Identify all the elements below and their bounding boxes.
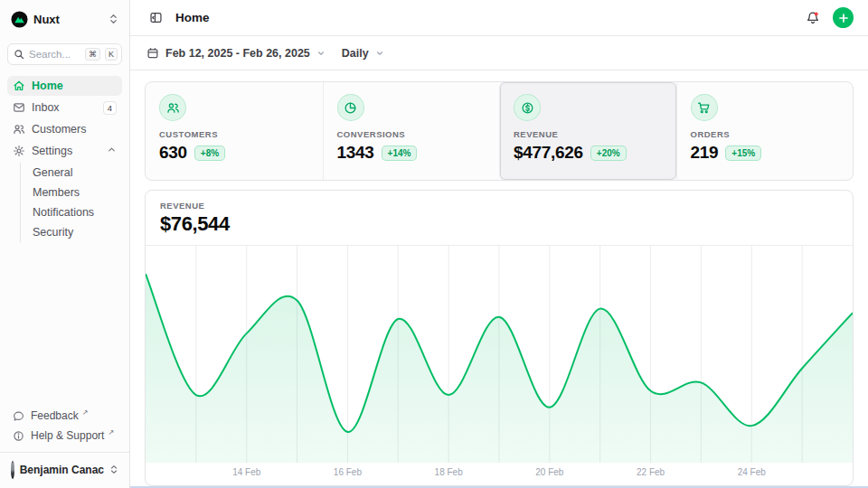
plus-icon [838,13,849,23]
sidebar-item-settings[interactable]: Settings [7,141,122,161]
inbox-icon [13,101,25,114]
calendar-icon [146,47,159,60]
panel-left-icon [149,11,163,24]
stat-value: $477,626 [514,143,583,163]
stat-card-conversions[interactable]: CONVERSIONS 1343 +14% [323,82,500,180]
chevron-down-icon [316,49,326,58]
x-tick-label: 16 Feb [334,467,362,477]
kbd-cmd: ⌘ [85,48,100,61]
stat-delta-badge: +20% [590,145,627,161]
notifications-button[interactable] [802,7,824,29]
x-tick-label: 24 Feb [738,467,766,477]
bell-icon [806,11,820,25]
sidebar-item-notifications[interactable]: Notifications [33,202,122,222]
chevron-down-icon [375,49,384,58]
user-name: Benjamin Canac [20,464,104,476]
stat-card-customers[interactable]: CUSTOMERS 630 +8% [146,82,323,180]
help-support-label: Help & Support [31,429,104,442]
page-header: Home [130,0,868,36]
chevron-up-down-icon [108,12,118,28]
external-link-icon: ↗ [82,408,89,417]
sidebar-item-security[interactable]: Security [33,222,122,242]
nuxt-logo-icon [11,11,28,28]
cart-icon [691,94,718,121]
inbox-count-badge: 4 [103,101,117,115]
home-icon [13,80,25,92]
sidebar-item-label: Home [32,80,117,92]
chart-plot-area[interactable] [146,246,853,463]
users-icon [159,94,186,121]
kbd-k: K [105,48,118,61]
x-tick-label: 18 Feb [435,467,463,477]
speech-bubble-icon [13,410,24,422]
x-axis: 14 Feb16 Feb18 Feb20 Feb22 Feb24 Feb [146,463,853,485]
stat-delta-badge: +8% [194,145,225,161]
add-button[interactable] [833,7,854,28]
stat-delta-badge: +14% [382,145,418,161]
period-select[interactable]: Daily [340,43,386,63]
stats-row: CUSTOMERS 630 +8% CONVERSIONS 1343 +14% [145,81,854,181]
search-input[interactable]: Search... ⌘ K [7,43,122,65]
sidebar: Nuxt Search... ⌘ K Home [0,0,130,488]
feedback-link[interactable]: Feedback ↗ [7,406,122,426]
stat-card-orders[interactable]: ORDERS 219 +15% [676,82,854,180]
sidebar-nav: Home Inbox 4 Customers Settings [7,76,122,242]
period-label: Daily [342,47,369,60]
date-range-label: Feb 12, 2025 - Feb 26, 2025 [165,47,310,60]
filters-toolbar: Feb 12, 2025 - Feb 26, 2025 Daily [130,36,868,70]
help-support-link[interactable]: Help & Support ↗ [7,426,122,446]
sidebar-item-label: Inbox [32,101,97,114]
gear-icon [13,145,25,157]
workspace-name: Nuxt [33,13,103,26]
circle-dollar-icon [514,94,541,121]
sidebar-item-home[interactable]: Home [7,76,122,96]
stat-card-revenue[interactable]: REVENUE $477,626 +20% [499,82,676,180]
x-tick-label: 20 Feb [535,467,563,477]
sidebar-item-customers[interactable]: Customers [7,119,122,139]
stat-label: ORDERS [691,129,840,139]
avatar [11,461,14,479]
chevron-up-icon [107,145,117,157]
sidebar-item-label: Customers [32,123,117,136]
collapse-sidebar-button[interactable] [145,7,166,29]
chart-current-value: $76,544 [160,212,838,236]
stat-label: CONVERSIONS [337,129,486,139]
sidebar-item-inbox[interactable]: Inbox 4 [7,98,122,117]
chart-header: REVENUE $76,544 [146,191,853,246]
x-tick-label: 14 Feb [232,467,260,477]
search-placeholder: Search... [29,49,80,60]
search-icon [14,49,24,60]
sidebar-item-members[interactable]: Members [33,183,122,202]
date-range-picker[interactable]: Feb 12, 2025 - Feb 26, 2025 [145,43,327,63]
users-icon [13,123,25,136]
revenue-area-chart [146,246,853,463]
stat-label: CUSTOMERS [159,129,309,139]
feedback-label: Feedback [31,409,79,422]
content-area: CUSTOMERS 630 +8% CONVERSIONS 1343 +14% [130,70,868,488]
workspace-selector[interactable]: Nuxt [7,9,122,30]
pie-chart-icon [337,94,364,121]
chevron-up-down-icon [109,462,118,478]
revenue-chart-card: REVENUE $76,544 14 Feb16 Feb18 Feb20 Feb… [145,190,854,486]
x-tick-label: 22 Feb [637,467,665,477]
user-menu[interactable]: Benjamin Canac [7,459,122,481]
stat-value: 219 [691,143,719,163]
sidebar-item-label: Settings [32,145,100,157]
dashboard-app: Nuxt Search... ⌘ K Home [0,0,868,488]
stat-value: 1343 [337,143,374,163]
external-link-icon: ↗ [108,428,114,436]
stat-delta-badge: +15% [725,145,761,161]
stat-value: 630 [159,143,187,163]
info-circle-icon [13,430,24,442]
settings-subnav: General Members Notifications Security [20,163,122,242]
stat-label: REVENUE [514,129,663,139]
sidebar-item-general[interactable]: General [33,163,122,183]
main-panel: Home Feb 12, 2025 - Feb 26, 2025 [130,0,868,488]
chart-title: REVENUE [160,201,838,211]
page-title: Home [175,11,793,24]
